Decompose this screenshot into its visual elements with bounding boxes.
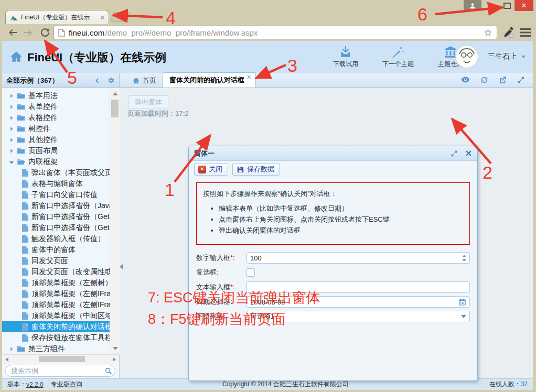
consult-link[interactable]: 专业版咨询 [51, 380, 82, 389]
reload-icon[interactable] [39, 26, 51, 39]
browser-tab[interactable]: FineUI（专业版）在线示 × [5, 10, 109, 24]
calendar-icon[interactable] [458, 298, 466, 306]
annotation-line-7: 7: ESC键关闭当前弹出窗体 [148, 287, 320, 309]
header-action-button[interactable]: 下载试用 [326, 45, 365, 69]
tree-leaf-item[interactable]: 触发器输入框（传值） [2, 233, 110, 244]
collapse-icon[interactable] [7, 160, 16, 164]
tree-folder-item[interactable]: 表格控件 [2, 112, 110, 123]
maximize-icon[interactable] [451, 150, 458, 157]
tree-leaf-item[interactable]: 顶部菜单框架（左侧树） [2, 277, 110, 288]
close-icon[interactable] [465, 150, 472, 157]
tree-leaf-item[interactable]: 表格与编辑窗体 [2, 178, 110, 189]
file-icon [22, 290, 28, 298]
popup-window-button[interactable]: 弹出窗体 [128, 95, 168, 109]
profile-icon[interactable] [464, 0, 481, 11]
address-bar[interactable]: fineui.com/demo_pro/#/demo_pro/iframe/wi… [53, 26, 497, 39]
splitter-collapse-icon[interactable] [120, 264, 123, 269]
fullscreen-icon[interactable] [517, 75, 526, 84]
scroll-up-icon[interactable] [113, 92, 118, 95]
search-icon[interactable] [104, 367, 113, 375]
tree-leaf-item[interactable]: 窗体关闭前的确认对话框 [2, 321, 110, 332]
home-icon[interactable] [9, 50, 23, 63]
form-row: 复选框: [196, 267, 470, 278]
eye-icon[interactable] [460, 75, 470, 84]
username[interactable]: 三生石上 [488, 52, 517, 61]
tree-folder-item[interactable]: 树控件 [2, 123, 110, 134]
save-button[interactable]: 保存数据 [232, 163, 280, 176]
settings-gear-icon[interactable] [107, 77, 115, 84]
tree-leaf-item[interactable]: 顶部菜单框架（左侧IFra [2, 288, 110, 299]
sidebar-header: 全部示例（367） [2, 73, 120, 88]
spinner-icon[interactable] [462, 255, 466, 262]
instructions-box: 按照如下步骤操作来观察“确认关闭”对话框： 编辑本表单（比如选中复选框、修改日期… [196, 182, 470, 245]
tab-close-icon[interactable]: × [100, 14, 104, 21]
tree-leaf-item[interactable]: 保存按钮放在窗体工具栏 [2, 332, 110, 343]
restore-icon[interactable] [500, 0, 514, 11]
tree-leaf-item[interactable]: 新窗口中选择省份（Geth [2, 222, 110, 233]
expand-icon[interactable] [7, 116, 16, 120]
scrollbar-thumb[interactable] [111, 100, 119, 117]
scroll-down-icon[interactable] [113, 347, 118, 350]
expand-icon[interactable] [7, 94, 16, 98]
chevron-down-icon[interactable] [521, 56, 526, 58]
minimize-icon[interactable] [485, 0, 499, 11]
close-button[interactable]: ✕ 关闭 [194, 163, 228, 176]
refresh-icon[interactable] [480, 75, 489, 84]
tree-leaf-item[interactable]: 子窗口向父窗口传值 [2, 189, 110, 200]
close-icon[interactable]: ✕ [514, 0, 533, 11]
tree-leaf-item[interactable]: 新窗口中选择省份（Java [2, 200, 110, 211]
tab-active[interactable]: 窗体关闭前的确认对话框 ✕ [163, 72, 256, 88]
collapse-left-icon[interactable] [94, 78, 101, 84]
checkbox[interactable] [246, 268, 255, 277]
version-link[interactable]: v2.2.0 [26, 381, 44, 388]
tree-leaf-item[interactable]: 回发父页面 [2, 255, 110, 266]
header-action-button[interactable]: 下一个主题 [379, 45, 417, 69]
download-icon [339, 45, 352, 59]
file-icon [22, 224, 28, 232]
folder-icon [17, 136, 25, 143]
favicon-mountain-icon [10, 14, 18, 21]
folder-icon [17, 158, 25, 165]
tree-folder-item[interactable]: 内联框架 [2, 156, 110, 167]
tree-leaf-item[interactable]: 新窗口中选择省份（Geth [2, 211, 110, 222]
tree-leaf-item[interactable]: 弹出窗体（本页面或父页 [2, 167, 110, 178]
tree-folder-item[interactable]: 基本用法 [2, 90, 110, 101]
back-icon[interactable] [6, 26, 19, 39]
expand-icon[interactable] [7, 138, 16, 142]
expand-icon[interactable] [7, 347, 16, 351]
expand-icon[interactable] [7, 105, 16, 109]
star-icon[interactable] [484, 28, 492, 37]
scrollbar-thumb[interactable] [39, 356, 85, 362]
external-link-icon[interactable] [498, 75, 507, 84]
tree-item-label: 窗体中的窗体 [31, 245, 76, 255]
horizontal-scrollbar[interactable] [2, 354, 120, 363]
caret-down-icon[interactable] [461, 315, 466, 318]
menu-icon[interactable] [520, 28, 531, 37]
page: FineUI（专业版）在线示例 下载试用下一个主题主题仓库 三生石上 全部示例（… [2, 41, 533, 390]
number-input[interactable]: 100 [246, 252, 470, 264]
tree-leaf-item[interactable]: 窗体中的窗体 [2, 244, 110, 255]
search-box[interactable] [5, 365, 115, 377]
dialog-header[interactable]: 窗体一 [189, 146, 477, 161]
scroll-left-icon[interactable] [5, 357, 8, 362]
tree-leaf-item[interactable]: 顶部菜单框架（中间区域 [2, 310, 110, 321]
tree-leaf-item[interactable]: 回发父页面（改变属性或 [2, 266, 110, 277]
scroll-right-icon[interactable] [113, 357, 116, 362]
expand-icon[interactable] [7, 149, 16, 153]
tree-leaf-item[interactable]: 顶部菜单框架（左侧IFra [2, 299, 110, 310]
vertical-scrollbar[interactable] [110, 88, 120, 354]
tree-item-label: 第三方组件 [28, 344, 65, 354]
forward-icon[interactable] [22, 26, 35, 39]
search-input[interactable] [10, 366, 104, 375]
tree-folder-item[interactable]: 其他控件 [2, 134, 110, 145]
tree-folder-item[interactable]: 表单控件 [2, 101, 110, 112]
tree-folder-item[interactable]: 第三方组件 [2, 343, 110, 354]
tab-home[interactable]: 首页 [126, 73, 163, 88]
eyedropper-icon[interactable] [502, 26, 515, 39]
tab-close-icon[interactable]: ✕ [246, 74, 251, 81]
expand-icon[interactable] [7, 127, 16, 131]
folder-icon [17, 103, 25, 110]
new-tab-button[interactable] [110, 12, 131, 22]
avatar[interactable] [455, 45, 478, 68]
tree-folder-item[interactable]: 页面布局 [2, 145, 110, 156]
